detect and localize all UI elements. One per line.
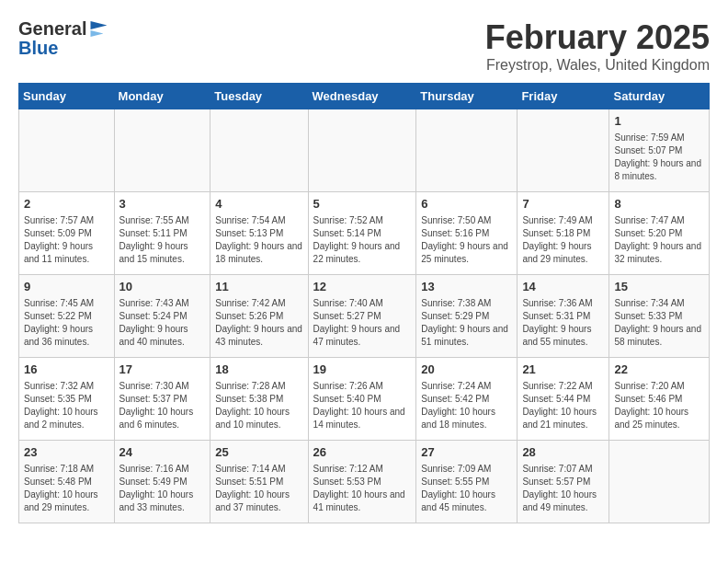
day-info: Sunrise: 7:54 AM Sunset: 5:13 PM Dayligh…: [215, 214, 302, 266]
day-info: Sunrise: 7:09 AM Sunset: 5:55 PM Dayligh…: [421, 463, 512, 514]
day-number: 26: [313, 444, 412, 461]
day-info: Sunrise: 7:14 AM Sunset: 5:51 PM Dayligh…: [215, 463, 302, 514]
day-info: Sunrise: 7:47 AM Sunset: 5:20 PM Dayligh…: [614, 214, 704, 266]
page-subtitle: Freystrop, Wales, United Kingdom: [485, 57, 710, 74]
day-number: 20: [421, 362, 512, 378]
week-row-1: 1Sunrise: 7:59 AM Sunset: 5:07 PM Daylig…: [19, 109, 710, 192]
day-cell: 5Sunrise: 7:52 AM Sunset: 5:14 PM Daylig…: [308, 192, 416, 275]
day-info: Sunrise: 7:42 AM Sunset: 5:26 PM Dayligh…: [215, 297, 302, 349]
day-info: Sunrise: 7:12 AM Sunset: 5:53 PM Dayligh…: [313, 463, 412, 514]
day-cell: 23Sunrise: 7:18 AM Sunset: 5:48 PM Dayli…: [19, 441, 115, 523]
header-saturday: Saturday: [609, 84, 710, 109]
day-info: Sunrise: 7:38 AM Sunset: 5:29 PM Dayligh…: [421, 297, 512, 349]
day-cell: 28Sunrise: 7:07 AM Sunset: 5:57 PM Dayli…: [518, 441, 609, 523]
day-info: Sunrise: 7:50 AM Sunset: 5:16 PM Dayligh…: [421, 214, 512, 266]
calendar-header-row: SundayMondayTuesdayWednesdayThursdayFrid…: [19, 84, 710, 109]
day-info: Sunrise: 7:28 AM Sunset: 5:38 PM Dayligh…: [215, 380, 302, 431]
day-info: Sunrise: 7:52 AM Sunset: 5:14 PM Dayligh…: [313, 214, 412, 266]
logo-text: General Blue: [18, 18, 107, 59]
day-cell: 17Sunrise: 7:30 AM Sunset: 5:37 PM Dayli…: [114, 358, 210, 441]
day-cell: 1Sunrise: 7:59 AM Sunset: 5:07 PM Daylig…: [609, 109, 710, 192]
day-cell: 15Sunrise: 7:34 AM Sunset: 5:33 PM Dayli…: [609, 275, 710, 358]
day-info: Sunrise: 7:22 AM Sunset: 5:44 PM Dayligh…: [522, 380, 604, 431]
day-number: 15: [614, 279, 704, 295]
day-number: 17: [119, 362, 206, 378]
day-cell: 10Sunrise: 7:43 AM Sunset: 5:24 PM Dayli…: [114, 275, 210, 358]
day-number: 4: [215, 196, 302, 213]
day-info: Sunrise: 7:18 AM Sunset: 5:48 PM Dayligh…: [24, 463, 109, 514]
day-number: 2: [24, 196, 109, 213]
calendar-table: SundayMondayTuesdayWednesdayThursdayFrid…: [18, 83, 710, 523]
day-number: 13: [421, 279, 512, 295]
day-number: 18: [215, 362, 302, 378]
day-number: 24: [119, 444, 206, 461]
day-cell: 3Sunrise: 7:55 AM Sunset: 5:11 PM Daylig…: [114, 192, 210, 275]
day-number: 28: [522, 444, 604, 461]
day-number: 10: [119, 279, 206, 295]
week-row-5: 23Sunrise: 7:18 AM Sunset: 5:48 PM Dayli…: [19, 441, 710, 523]
day-cell: 6Sunrise: 7:50 AM Sunset: 5:16 PM Daylig…: [416, 192, 518, 275]
day-number: 6: [421, 196, 512, 213]
day-cell: 19Sunrise: 7:26 AM Sunset: 5:40 PM Dayli…: [308, 358, 416, 441]
header-sunday: Sunday: [19, 84, 115, 109]
day-cell: 16Sunrise: 7:32 AM Sunset: 5:35 PM Dayli…: [19, 358, 115, 441]
day-cell: 7Sunrise: 7:49 AM Sunset: 5:18 PM Daylig…: [518, 192, 609, 275]
day-number: 22: [614, 362, 704, 378]
day-number: 27: [421, 444, 512, 461]
day-number: 1: [614, 113, 704, 130]
day-number: 23: [24, 444, 109, 461]
day-info: Sunrise: 7:34 AM Sunset: 5:33 PM Dayligh…: [614, 297, 704, 349]
header-monday: Monday: [114, 84, 210, 109]
page-title: February 2025: [485, 18, 710, 57]
logo-general: General: [18, 18, 86, 40]
day-cell: 18Sunrise: 7:28 AM Sunset: 5:38 PM Dayli…: [210, 358, 308, 441]
day-info: Sunrise: 7:07 AM Sunset: 5:57 PM Dayligh…: [522, 463, 604, 514]
header-thursday: Thursday: [416, 84, 518, 109]
day-number: 9: [24, 279, 109, 295]
day-cell: [210, 109, 308, 192]
day-number: 7: [522, 196, 604, 213]
day-cell: 25Sunrise: 7:14 AM Sunset: 5:51 PM Dayli…: [210, 441, 308, 523]
day-cell: [609, 441, 710, 523]
day-number: 25: [215, 444, 302, 461]
logo-blue: Blue: [18, 38, 107, 59]
day-info: Sunrise: 7:30 AM Sunset: 5:37 PM Dayligh…: [119, 380, 206, 431]
week-row-3: 9Sunrise: 7:45 AM Sunset: 5:22 PM Daylig…: [19, 275, 710, 358]
day-cell: 9Sunrise: 7:45 AM Sunset: 5:22 PM Daylig…: [19, 275, 115, 358]
day-info: Sunrise: 7:24 AM Sunset: 5:42 PM Dayligh…: [421, 380, 512, 431]
title-block: February 2025 Freystrop, Wales, United K…: [485, 18, 710, 74]
day-number: 3: [119, 196, 206, 213]
week-row-4: 16Sunrise: 7:32 AM Sunset: 5:35 PM Dayli…: [19, 358, 710, 441]
day-number: 8: [614, 196, 704, 213]
day-cell: [518, 109, 609, 192]
day-info: Sunrise: 7:59 AM Sunset: 5:07 PM Dayligh…: [614, 132, 704, 183]
page-header: General Blue February 2025 Freystrop, Wa…: [18, 18, 710, 74]
day-number: 21: [522, 362, 604, 378]
day-number: 14: [522, 279, 604, 295]
day-cell: 13Sunrise: 7:38 AM Sunset: 5:29 PM Dayli…: [416, 275, 518, 358]
day-number: 19: [313, 362, 412, 378]
day-cell: 2Sunrise: 7:57 AM Sunset: 5:09 PM Daylig…: [19, 192, 115, 275]
day-number: 5: [313, 196, 412, 213]
day-cell: 14Sunrise: 7:36 AM Sunset: 5:31 PM Dayli…: [518, 275, 609, 358]
day-info: Sunrise: 7:55 AM Sunset: 5:11 PM Dayligh…: [119, 214, 206, 266]
logo: General Blue: [18, 18, 107, 59]
day-cell: 26Sunrise: 7:12 AM Sunset: 5:53 PM Dayli…: [308, 441, 416, 523]
header-wednesday: Wednesday: [308, 84, 416, 109]
day-info: Sunrise: 7:26 AM Sunset: 5:40 PM Dayligh…: [313, 380, 412, 431]
day-cell: 21Sunrise: 7:22 AM Sunset: 5:44 PM Dayli…: [518, 358, 609, 441]
day-cell: 12Sunrise: 7:40 AM Sunset: 5:27 PM Dayli…: [308, 275, 416, 358]
day-cell: [416, 109, 518, 192]
day-cell: 8Sunrise: 7:47 AM Sunset: 5:20 PM Daylig…: [609, 192, 710, 275]
day-info: Sunrise: 7:32 AM Sunset: 5:35 PM Dayligh…: [24, 380, 109, 431]
day-cell: [114, 109, 210, 192]
day-number: 12: [313, 279, 412, 295]
day-cell: [308, 109, 416, 192]
day-cell: 4Sunrise: 7:54 AM Sunset: 5:13 PM Daylig…: [210, 192, 308, 275]
day-info: Sunrise: 7:43 AM Sunset: 5:24 PM Dayligh…: [119, 297, 206, 349]
day-info: Sunrise: 7:36 AM Sunset: 5:31 PM Dayligh…: [522, 297, 604, 349]
day-info: Sunrise: 7:45 AM Sunset: 5:22 PM Dayligh…: [24, 297, 109, 349]
day-info: Sunrise: 7:16 AM Sunset: 5:49 PM Dayligh…: [119, 463, 206, 514]
day-info: Sunrise: 7:57 AM Sunset: 5:09 PM Dayligh…: [24, 214, 109, 266]
day-info: Sunrise: 7:20 AM Sunset: 5:46 PM Dayligh…: [614, 380, 704, 431]
